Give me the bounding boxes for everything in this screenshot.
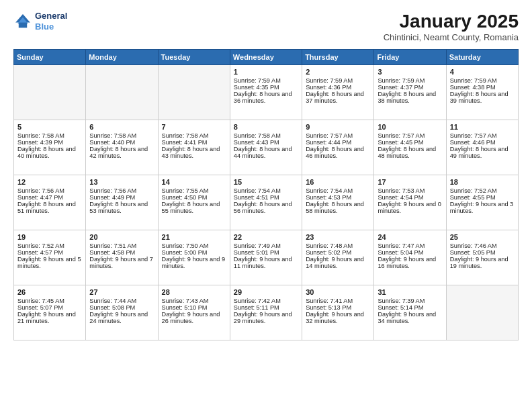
sunrise: Sunrise: 7:48 AM xyxy=(306,242,353,249)
logo-line2: Blue xyxy=(35,21,67,32)
day-number: 16 xyxy=(306,178,370,186)
sunrise: Sunrise: 7:47 AM xyxy=(378,242,425,249)
calendar-cell xyxy=(14,65,86,120)
calendar-cell: 20Sunrise: 7:51 AMSunset: 4:58 PMDayligh… xyxy=(86,230,158,285)
calendar-cell: 17Sunrise: 7:53 AMSunset: 4:54 PMDayligh… xyxy=(374,175,446,230)
sunrise: Sunrise: 7:57 AM xyxy=(378,132,425,139)
daylight-label: Daylight: 9 hours and 19 minutes. xyxy=(450,256,508,269)
location: Chintinici, Neamt County, Romania xyxy=(384,32,519,42)
daylight-label: Daylight: 9 hours and 24 minutes. xyxy=(89,311,148,324)
calendar-cell: 1Sunrise: 7:59 AMSunset: 4:35 PMDaylight… xyxy=(230,65,302,120)
calendar-cell: 22Sunrise: 7:49 AMSunset: 5:01 PMDayligh… xyxy=(230,230,302,285)
calendar-cell: 5Sunrise: 7:58 AMSunset: 4:39 PMDaylight… xyxy=(14,120,86,175)
day-number: 5 xyxy=(17,123,82,131)
sunset: Sunset: 4:46 PM xyxy=(450,139,496,146)
calendar-cell: 15Sunrise: 7:54 AMSunset: 4:51 PMDayligh… xyxy=(230,175,302,230)
calendar-cell: 8Sunrise: 7:58 AMSunset: 4:43 PMDaylight… xyxy=(230,120,302,175)
title-block: January 2025 Chintinici, Neamt County, R… xyxy=(384,11,519,42)
col-header-saturday: Saturday xyxy=(446,50,518,65)
logo-icon xyxy=(13,12,32,31)
sunset: Sunset: 5:08 PM xyxy=(89,304,135,311)
calendar-cell: 11Sunrise: 7:57 AMSunset: 4:46 PMDayligh… xyxy=(446,120,518,175)
logo: General Blue xyxy=(13,11,67,32)
week-row-2: 5Sunrise: 7:58 AMSunset: 4:39 PMDaylight… xyxy=(14,120,519,175)
day-number: 9 xyxy=(306,123,370,131)
sunrise: Sunrise: 7:51 AM xyxy=(89,242,136,249)
daylight-label: Daylight: 8 hours and 55 minutes. xyxy=(162,201,220,214)
day-number: 3 xyxy=(378,68,442,76)
daylight-label: Daylight: 9 hours and 5 minutes. xyxy=(17,256,81,269)
calendar-cell: 13Sunrise: 7:56 AMSunset: 4:49 PMDayligh… xyxy=(86,175,158,230)
day-number: 19 xyxy=(17,233,82,241)
sunrise: Sunrise: 7:49 AM xyxy=(234,242,281,249)
daylight-label: Daylight: 8 hours and 56 minutes. xyxy=(234,201,292,214)
sunset: Sunset: 4:44 PM xyxy=(306,139,351,146)
daylight-label: Daylight: 9 hours and 9 minutes. xyxy=(162,256,226,269)
calendar-cell: 6Sunrise: 7:58 AMSunset: 4:40 PMDaylight… xyxy=(86,120,158,175)
daylight-label: Daylight: 9 hours and 0 minutes. xyxy=(378,201,441,214)
sunset: Sunset: 4:51 PM xyxy=(234,194,279,201)
calendar-cell: 12Sunrise: 7:56 AMSunset: 4:47 PMDayligh… xyxy=(14,175,86,230)
week-row-4: 19Sunrise: 7:52 AMSunset: 4:57 PMDayligh… xyxy=(14,230,519,285)
sunset: Sunset: 4:37 PM xyxy=(378,84,423,91)
sunset: Sunset: 5:11 PM xyxy=(234,304,279,311)
day-number: 1 xyxy=(234,68,298,76)
sunset: Sunset: 4:47 PM xyxy=(17,194,63,201)
daylight-label: Daylight: 9 hours and 21 minutes. xyxy=(17,311,76,324)
calendar-cell: 21Sunrise: 7:50 AMSunset: 5:00 PMDayligh… xyxy=(158,230,230,285)
week-row-5: 26Sunrise: 7:45 AMSunset: 5:07 PMDayligh… xyxy=(14,285,519,340)
daylight-label: Daylight: 8 hours and 53 minutes. xyxy=(89,201,148,214)
daylight-label: Daylight: 8 hours and 49 minutes. xyxy=(450,146,508,159)
sunset: Sunset: 5:05 PM xyxy=(450,249,496,256)
daylight-label: Daylight: 8 hours and 46 minutes. xyxy=(306,146,364,159)
sunrise: Sunrise: 7:52 AM xyxy=(450,187,497,194)
month-title: January 2025 xyxy=(384,11,519,32)
header: General Blue January 2025 Chintinici, Ne… xyxy=(13,11,519,42)
day-number: 18 xyxy=(450,178,515,186)
calendar-cell: 27Sunrise: 7:44 AMSunset: 5:08 PMDayligh… xyxy=(86,285,158,340)
day-number: 31 xyxy=(378,288,442,296)
sunrise: Sunrise: 7:52 AM xyxy=(17,242,64,249)
logo-line1: General xyxy=(35,11,67,21)
sunrise: Sunrise: 7:44 AM xyxy=(89,298,136,304)
day-number: 13 xyxy=(89,178,154,186)
day-number: 28 xyxy=(162,288,226,296)
logo-text: General Blue xyxy=(35,11,67,32)
sunset: Sunset: 4:58 PM xyxy=(89,249,135,256)
sunrise: Sunrise: 7:58 AM xyxy=(234,132,281,139)
day-number: 2 xyxy=(306,68,370,76)
sunset: Sunset: 4:38 PM xyxy=(450,84,496,91)
daylight-label: Daylight: 9 hours and 11 minutes. xyxy=(234,256,292,269)
sunrise: Sunrise: 7:59 AM xyxy=(234,77,281,84)
col-header-sunday: Sunday xyxy=(14,50,86,65)
week-row-3: 12Sunrise: 7:56 AMSunset: 4:47 PMDayligh… xyxy=(14,175,519,230)
col-header-monday: Monday xyxy=(86,50,158,65)
sunset: Sunset: 5:10 PM xyxy=(162,304,208,311)
sunrise: Sunrise: 7:59 AM xyxy=(306,77,353,84)
sunrise: Sunrise: 7:58 AM xyxy=(17,132,64,139)
sunrise: Sunrise: 7:59 AM xyxy=(450,77,497,84)
day-number: 20 xyxy=(89,233,154,241)
page: General Blue January 2025 Chintinici, Ne… xyxy=(0,0,532,411)
sunrise: Sunrise: 7:56 AM xyxy=(89,187,136,194)
day-number: 8 xyxy=(234,123,298,131)
sunset: Sunset: 4:55 PM xyxy=(450,194,496,201)
sunset: Sunset: 4:40 PM xyxy=(89,139,135,146)
day-number: 15 xyxy=(234,178,298,186)
sunset: Sunset: 4:35 PM xyxy=(234,84,279,91)
day-number: 12 xyxy=(17,178,82,186)
calendar-cell: 28Sunrise: 7:43 AMSunset: 5:10 PMDayligh… xyxy=(158,285,230,340)
calendar-cell: 4Sunrise: 7:59 AMSunset: 4:38 PMDaylight… xyxy=(446,65,518,120)
col-header-wednesday: Wednesday xyxy=(230,50,302,65)
day-number: 10 xyxy=(378,123,442,131)
daylight-label: Daylight: 9 hours and 16 minutes. xyxy=(378,256,436,269)
sunrise: Sunrise: 7:54 AM xyxy=(306,187,353,194)
sunset: Sunset: 4:54 PM xyxy=(378,194,423,201)
calendar-cell: 19Sunrise: 7:52 AMSunset: 4:57 PMDayligh… xyxy=(14,230,86,285)
sunset: Sunset: 4:50 PM xyxy=(162,194,208,201)
sunrise: Sunrise: 7:45 AM xyxy=(17,298,64,304)
week-row-1: 1Sunrise: 7:59 AMSunset: 4:35 PMDaylight… xyxy=(14,65,519,120)
sunrise: Sunrise: 7:43 AM xyxy=(162,298,209,304)
sunset: Sunset: 4:45 PM xyxy=(378,139,423,146)
daylight-label: Daylight: 8 hours and 44 minutes. xyxy=(234,146,292,159)
